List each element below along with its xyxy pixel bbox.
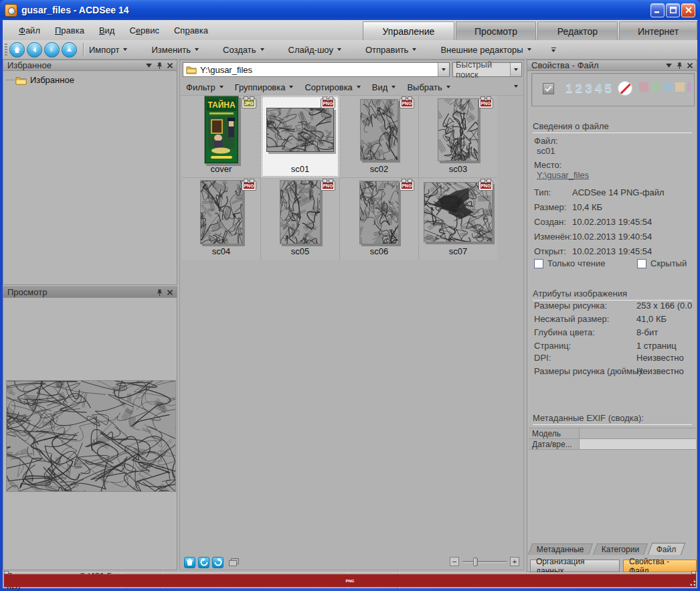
up-button[interactable]	[62, 42, 77, 58]
file-item-sc05[interactable]: PNG sc05	[261, 178, 339, 260]
zoom-slider-thumb[interactable]	[473, 558, 478, 566]
toolbar-overflow-button[interactable]	[551, 48, 556, 52]
clear-rating-icon[interactable]	[618, 81, 632, 96]
filter-bar: Фильтр Группировка Сортировка Вид Выбрат…	[180, 79, 523, 96]
forward-button[interactable]	[44, 42, 60, 58]
filter-menu[interactable]: Фильтр	[186, 82, 224, 92]
pin-icon[interactable]	[677, 62, 683, 69]
filter-overflow-button[interactable]	[514, 85, 518, 88]
file-item-sc06[interactable]: PNG sc06	[340, 178, 418, 260]
home-button[interactable]	[9, 42, 25, 58]
properties-panel: Свойства - Файл 1 2 3 4 5	[527, 60, 697, 572]
pin-icon[interactable]	[157, 289, 163, 296]
exif-row-datetime[interactable]: Дата/вре...	[529, 439, 696, 450]
file-item-sc04[interactable]: PNG sc04	[182, 178, 260, 260]
search-dropdown-button[interactable]	[510, 63, 521, 76]
menu-view[interactable]: Вид	[92, 20, 122, 40]
close-button[interactable]	[681, 3, 695, 17]
readonly-checkbox[interactable]	[534, 259, 543, 268]
file-name-label: sc07	[419, 246, 497, 260]
create-button[interactable]: Создать	[223, 40, 264, 59]
organize-button[interactable]: Организация данных	[530, 560, 620, 572]
file-value: sc01	[537, 146, 697, 158]
color-label-green[interactable]	[651, 82, 661, 92]
back-button[interactable]	[27, 42, 42, 58]
file-name-label: sc04	[182, 246, 260, 260]
file-name-label: sc05	[261, 246, 339, 260]
panel-menu-icon[interactable]	[146, 64, 152, 68]
edit-button[interactable]: Изменить	[151, 40, 199, 59]
favorites-panel: Избранное Избранное	[3, 60, 177, 285]
tag-checkbox[interactable]	[543, 83, 554, 94]
tab-file[interactable]: Файл	[648, 543, 685, 555]
minimize-button[interactable]	[650, 3, 665, 17]
rating-2[interactable]: 2	[576, 81, 583, 96]
favorites-folder-item[interactable]: Избранное	[6, 75, 177, 85]
chevron-down-icon	[391, 86, 396, 88]
quick-search-box[interactable]: Быстрый поиск	[452, 62, 522, 77]
rotate-right-button[interactable]	[212, 557, 224, 568]
color-label-purple[interactable]	[687, 82, 691, 92]
file-type-badge: PNG	[242, 181, 256, 191]
tab-editor[interactable]: Редактор	[537, 21, 618, 40]
path-input[interactable]: Y:\gusar_files	[200, 65, 438, 75]
zoom-in-button[interactable]: +	[510, 557, 519, 566]
sort-menu[interactable]: Сортировка	[304, 82, 360, 92]
search-input[interactable]: Быстрый поиск	[453, 60, 510, 80]
tab-categories[interactable]: Категории	[593, 543, 648, 555]
view-menu[interactable]: Вид	[372, 82, 396, 92]
tab-internet[interactable]: Интернет	[619, 21, 697, 40]
rating-1[interactable]: 1	[565, 81, 573, 96]
rating-5[interactable]: 5	[604, 81, 612, 96]
thumbnail-grid: ТАЙНА JPG cover	[182, 96, 497, 260]
chevron-down-icon	[260, 48, 264, 51]
location-link[interactable]: Y:\gusar_files	[537, 170, 589, 180]
hidden-checkbox[interactable]	[637, 259, 646, 268]
path-dropdown-button[interactable]	[438, 63, 449, 76]
image-attributes-heading: Атрибуты изображения	[533, 288, 692, 301]
pin-icon[interactable]	[157, 62, 163, 69]
path-combo[interactable]: Y:\gusar_files	[183, 62, 450, 77]
toolbar-grip[interactable]	[5, 44, 7, 56]
menu-tools[interactable]: Сервис	[122, 20, 167, 40]
compare-button[interactable]	[228, 557, 240, 568]
menu-file[interactable]: Файл	[11, 20, 48, 40]
rating-4[interactable]: 4	[595, 81, 602, 96]
group-menu[interactable]: Группировка	[235, 82, 294, 92]
zoom-out-button[interactable]: −	[450, 557, 459, 566]
file-item-sc07[interactable]: PNG sc07	[419, 178, 497, 260]
rating-3[interactable]: 3	[585, 81, 592, 96]
tab-metadata[interactable]: Метаданные	[528, 543, 593, 555]
file-item-sc02[interactable]: PNG sc02	[340, 96, 418, 177]
tab-manage[interactable]: Управление	[363, 21, 454, 40]
menu-edit[interactable]: Правка	[48, 20, 92, 40]
window-title: gusar_files - ACDSee 14	[21, 5, 650, 15]
send-button[interactable]: Отправить	[365, 40, 416, 59]
menu-help[interactable]: Справка	[167, 20, 215, 40]
file-name-label: sc06	[340, 246, 418, 260]
external-editors-button[interactable]: Внешние редакторы	[440, 40, 531, 59]
tab-view[interactable]: Просмотр	[456, 21, 536, 40]
delete-button[interactable]	[184, 557, 195, 568]
close-icon[interactable]	[167, 290, 173, 295]
file-item-sc01[interactable]: PNG sc01	[261, 96, 339, 177]
dpi-row: DPI:Неизвестно	[534, 353, 695, 365]
resize-grip[interactable]	[688, 578, 696, 586]
rotate-left-button[interactable]	[198, 557, 209, 568]
slideshow-button[interactable]: Слайд-шоу	[288, 40, 341, 59]
close-icon[interactable]	[167, 63, 173, 68]
import-button[interactable]: Импорт	[89, 40, 127, 59]
color-label-tan[interactable]	[675, 82, 685, 92]
properties-button[interactable]: Свойства - Файл	[623, 560, 697, 572]
color-label-red[interactable]	[639, 82, 648, 92]
title-bar[interactable]: gusar_files - ACDSee 14	[0, 0, 700, 20]
file-item-sc03[interactable]: PNG sc03	[419, 96, 497, 177]
file-item-cover[interactable]: ТАЙНА JPG cover	[182, 96, 260, 177]
exif-row-model[interactable]: Модель	[529, 428, 696, 439]
zoom-slider[interactable]	[462, 561, 507, 563]
close-icon[interactable]	[687, 63, 693, 68]
select-menu[interactable]: Выбрать	[407, 82, 450, 92]
color-label-blue[interactable]	[663, 82, 673, 92]
panel-menu-icon[interactable]	[666, 64, 672, 68]
maximize-button[interactable]	[666, 3, 680, 17]
